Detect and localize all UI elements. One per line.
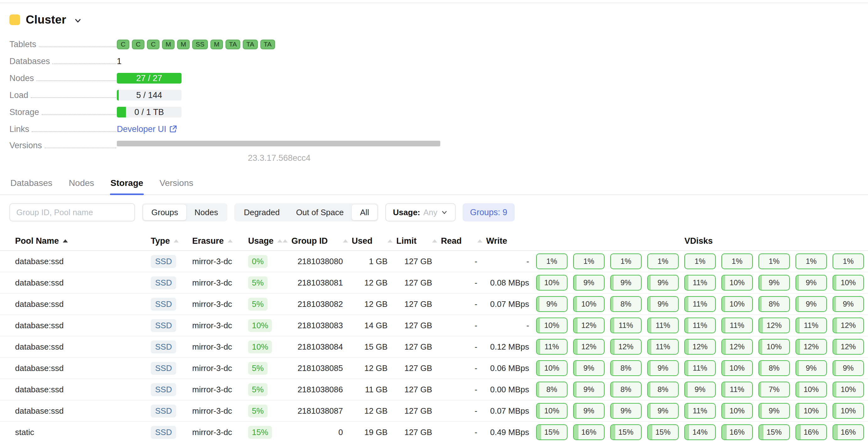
tab-nodes[interactable]: Nodes [68,176,95,194]
vdisk-cell[interactable]: 11% [721,382,753,397]
segment-option-all[interactable]: All [352,204,377,220]
vdisk-cell[interactable]: 10% [721,403,753,419]
vdisk-cell[interactable]: 10% [721,275,753,290]
vdisk-cell[interactable]: 1% [536,253,567,269]
vdisk-cell[interactable]: 1% [610,253,642,269]
vdisk-cell[interactable]: 10% [796,403,827,419]
column-header-erasure[interactable]: Erasure [192,236,248,246]
vdisk-cell[interactable]: 10% [536,318,567,333]
segment-option-out-of-space[interactable]: Out of Space [288,204,352,220]
vdisk-cell[interactable]: 10% [536,275,567,290]
vdisk-cell[interactable]: 10% [833,382,864,397]
column-header-type[interactable]: Type [151,236,192,246]
column-header-used[interactable]: Used [343,236,388,246]
usage-filter-select[interactable]: Usage: Any [385,203,456,221]
vdisk-cell[interactable]: 1% [758,253,790,269]
vdisk-cell[interactable]: 12% [610,339,642,355]
vdisk-cell[interactable]: 10% [796,382,827,397]
vdisk-cell[interactable]: 9% [573,382,604,397]
vdisk-cell[interactable]: 16% [796,424,827,440]
vdisk-cell[interactable]: 11% [684,296,716,312]
vdisk-cell[interactable]: 9% [796,296,827,312]
vdisk-cell[interactable]: 11% [684,318,716,333]
vdisk-cell[interactable]: 9% [647,296,679,312]
vdisk-cell[interactable]: 9% [573,275,604,290]
vdisk-cell[interactable]: 8% [610,382,642,397]
vdisk-cell[interactable]: 15% [758,424,790,440]
tablet-badge-m[interactable]: M [162,39,175,49]
vdisk-cell[interactable]: 8% [610,360,642,376]
tablet-badge-c[interactable]: C [147,39,159,49]
vdisk-cell[interactable]: 9% [758,403,790,419]
vdisk-cell[interactable]: 15% [536,424,567,440]
vdisk-cell[interactable]: 1% [796,253,827,269]
vdisk-cell[interactable]: 8% [647,382,679,397]
vdisk-cell[interactable]: 14% [684,424,716,440]
vdisk-cell[interactable]: 11% [684,360,716,376]
tab-storage[interactable]: Storage [110,176,144,194]
tablet-badge-ta[interactable]: TA [260,39,275,49]
segment-option-groups[interactable]: Groups [143,204,186,220]
tablet-badge-ta[interactable]: TA [225,39,240,49]
column-header-read[interactable]: Read [432,236,477,246]
vdisk-cell[interactable]: 11% [796,318,827,333]
vdisk-cell[interactable]: 10% [573,296,604,312]
vdisk-cell[interactable]: 11% [721,318,753,333]
vdisk-cell[interactable]: 9% [536,296,567,312]
tablet-badge-c[interactable]: C [132,39,145,49]
vdisk-cell[interactable]: 9% [684,382,716,397]
vdisk-cell[interactable]: 10% [833,403,864,419]
vdisk-cell[interactable]: 11% [647,339,679,355]
column-header-write[interactable]: Write [477,236,529,246]
tablet-badge-c[interactable]: C [117,39,129,49]
vdisk-cell[interactable]: 9% [610,275,642,290]
tablet-badge-ss[interactable]: SS [192,39,208,49]
vdisk-cell[interactable]: 12% [573,318,604,333]
vdisk-cell[interactable]: 10% [721,296,753,312]
vdisk-cell[interactable]: 12% [573,339,604,355]
vdisk-cell[interactable]: 12% [833,339,864,355]
vdisk-cell[interactable]: 8% [758,296,790,312]
vdisk-cell[interactable]: 10% [536,403,567,419]
vdisk-cell[interactable]: 9% [573,360,604,376]
tab-versions[interactable]: Versions [159,176,194,194]
vdisk-cell[interactable]: 9% [647,360,679,376]
vdisk-cell[interactable]: 9% [647,275,679,290]
vdisk-cell[interactable]: 8% [536,382,567,397]
vdisk-cell[interactable]: 10% [833,275,864,290]
vdisk-cell[interactable]: 10% [721,360,753,376]
vdisk-cell[interactable]: 7% [758,382,790,397]
vdisk-cell[interactable]: 9% [833,296,864,312]
tablet-badge-ta[interactable]: TA [243,39,257,49]
vdisk-cell[interactable]: 16% [721,424,753,440]
tablet-badge-m[interactable]: M [177,39,190,49]
column-header-vdisks[interactable]: VDisks [529,236,868,246]
vdisk-cell[interactable]: 15% [647,424,679,440]
vdisk-cell[interactable]: 8% [610,296,642,312]
vdisk-cell[interactable]: 12% [833,318,864,333]
vdisk-cell[interactable]: 9% [833,360,864,376]
segment-option-degraded[interactable]: Degraded [236,204,288,220]
column-header-group-id[interactable]: Group ID [283,236,343,246]
vdisk-cell[interactable]: 16% [573,424,604,440]
vdisk-cell[interactable]: 9% [796,360,827,376]
vdisk-cell[interactable]: 8% [758,360,790,376]
vdisk-cell[interactable]: 11% [536,339,567,355]
tablet-badge-m[interactable]: M [210,39,223,49]
vdisk-cell[interactable]: 9% [647,403,679,419]
vdisk-cell[interactable]: 10% [536,360,567,376]
vdisk-cell[interactable]: 12% [721,339,753,355]
vdisk-cell[interactable]: 11% [647,318,679,333]
vdisk-cell[interactable]: 9% [610,403,642,419]
tab-databases[interactable]: Databases [10,176,53,194]
vdisk-cell[interactable]: 1% [684,253,716,269]
vdisk-cell[interactable]: 12% [796,339,827,355]
column-header-pool-name[interactable]: Pool Name [15,236,151,246]
vdisk-cell[interactable]: 16% [833,424,864,440]
developer-ui-link[interactable]: Developer UI [117,124,177,134]
vdisk-cell[interactable]: 9% [573,403,604,419]
vdisk-cell[interactable]: 1% [833,253,864,269]
vdisk-cell[interactable]: 11% [684,275,716,290]
vdisk-cell[interactable]: 9% [758,275,790,290]
vdisk-cell[interactable]: 11% [684,403,716,419]
